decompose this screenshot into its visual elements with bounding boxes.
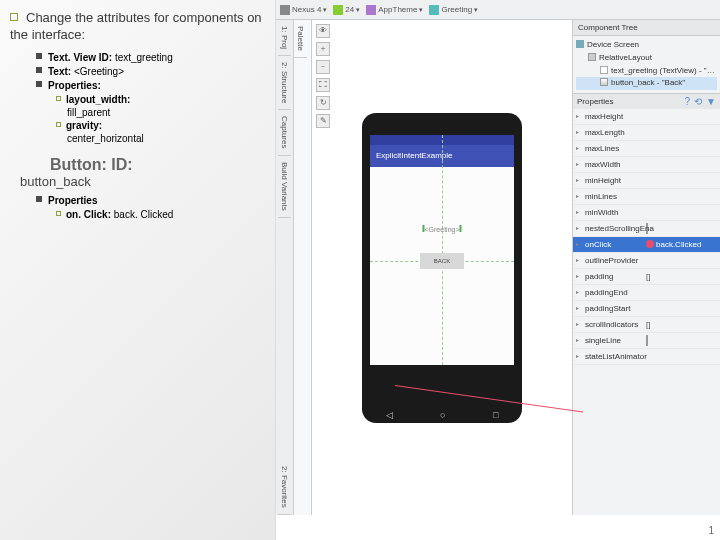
onclick-value: back. Clicked — [114, 209, 173, 220]
text-label: Text: — [48, 66, 71, 77]
props-label: Properties: — [48, 80, 101, 91]
property-row-nestedScrollingEna[interactable]: nestedScrollingEna — [573, 221, 720, 237]
button-back[interactable]: BACK — [420, 253, 464, 269]
component-tree-title: Component Tree — [573, 20, 720, 36]
status-bar — [370, 135, 514, 145]
nav-recent-icon[interactable]: □ — [493, 410, 498, 420]
property-row-paddingStart[interactable]: paddingStart — [573, 301, 720, 317]
zoom-out-icon[interactable]: － — [316, 60, 330, 74]
app-bar: ExplicitIntentExample — [370, 145, 514, 167]
property-row-maxLength[interactable]: maxLength — [573, 125, 720, 141]
bullet-sm-icon — [36, 67, 42, 73]
tree-device[interactable]: Device Screen — [576, 39, 717, 52]
settings-icon[interactable]: ✎ — [316, 114, 330, 128]
tab-favorites[interactable]: 2: Favorites — [278, 460, 291, 515]
bullet-tiny-icon — [56, 96, 61, 101]
activity-dropdown[interactable]: Greeting▾ — [429, 5, 478, 15]
tab-project[interactable]: 1: Proj — [278, 20, 291, 56]
activity-icon — [429, 5, 439, 15]
help-icon[interactable]: ? — [685, 96, 691, 107]
eye-icon[interactable]: 👁 — [316, 24, 330, 38]
api-dropdown[interactable]: 24▾ — [333, 5, 360, 15]
device-screen[interactable]: ExplicitIntentExample <Greeting> BACK — [370, 135, 514, 365]
tab-palette[interactable]: Palette — [294, 20, 307, 58]
property-row-singleLine[interactable]: singleLine — [573, 333, 720, 349]
bullet-sm-icon — [36, 81, 42, 87]
device-frame: ExplicitIntentExample <Greeting> BACK ◁ … — [362, 113, 522, 423]
property-row-padding[interactable]: padding[] — [573, 269, 720, 285]
gravity-value: center_horizontal — [67, 133, 269, 144]
bullet-icon — [10, 13, 18, 21]
page-number: 1 — [708, 525, 714, 536]
text-value: <Greeting> — [74, 66, 124, 77]
button-id-value: button_back — [20, 174, 269, 189]
phone-icon — [576, 40, 584, 48]
tab-build-variants[interactable]: Build Variants — [278, 156, 291, 218]
theme-icon — [366, 5, 376, 15]
theme-dropdown[interactable]: AppTheme▾ — [366, 5, 423, 15]
layout-icon — [588, 53, 596, 61]
property-row-minLines[interactable]: minLines — [573, 189, 720, 205]
property-row-outlineProvider[interactable]: outlineProvider — [573, 253, 720, 269]
textview-greeting[interactable]: <Greeting> — [422, 225, 461, 233]
gravity-label: gravity: — [66, 120, 102, 131]
tree-textview[interactable]: text_greeting (TextView) - "<G — [576, 65, 717, 78]
lw-value: fill_parent — [67, 107, 269, 118]
property-row-paddingEnd[interactable]: paddingEnd — [573, 285, 720, 301]
button-icon — [600, 78, 608, 86]
nav-back-icon[interactable]: ◁ — [386, 410, 393, 420]
tree-button[interactable]: button_back - "Back" — [576, 77, 717, 90]
bullet-tiny-icon — [56, 122, 61, 127]
android-icon — [333, 5, 343, 15]
property-row-maxLines[interactable]: maxLines — [573, 141, 720, 157]
property-row-minWidth[interactable]: minWidth — [573, 205, 720, 221]
tab-captures[interactable]: Captures — [278, 110, 291, 155]
property-row-maxWidth[interactable]: maxWidth — [573, 157, 720, 173]
bullet-sm-icon — [36, 196, 42, 202]
properties-header: Properties ?⟲▼ — [573, 94, 720, 109]
designer-toolbar: Nexus 4▾ 24▾ AppTheme▾ Greeting▾ — [276, 0, 720, 20]
property-row-onClick[interactable]: onClickback.Clicked — [573, 237, 720, 253]
textview-icon — [600, 66, 608, 74]
property-row-stateListAnimator[interactable]: stateListAnimator — [573, 349, 720, 365]
device-dropdown[interactable]: Nexus 4▾ — [280, 5, 327, 15]
phone-icon — [280, 5, 290, 15]
property-row-minHeight[interactable]: minHeight — [573, 173, 720, 189]
main-bullet: Change the attributes for components on … — [10, 10, 262, 42]
refresh-icon[interactable]: ↻ — [316, 96, 330, 110]
zoom-in-icon[interactable]: ＋ — [316, 42, 330, 56]
bullet-tiny-icon — [56, 211, 61, 216]
tree-layout[interactable]: RelativeLayout — [576, 52, 717, 65]
filter-icon[interactable]: ▼ — [706, 96, 716, 107]
tab-structure[interactable]: 2: Structure — [278, 56, 291, 110]
property-row-scrollIndicators[interactable]: scrollIndicators[] — [573, 317, 720, 333]
nav-home-icon[interactable]: ○ — [440, 410, 445, 420]
tv-id-value: text_greeting — [115, 52, 173, 63]
bullet-sm-icon — [36, 53, 42, 59]
onclick-label: on. Click: — [66, 209, 111, 220]
guide-vertical — [442, 135, 443, 365]
tv-id-label: Text. View ID: — [48, 52, 112, 63]
property-row-maxHeight[interactable]: maxHeight — [573, 109, 720, 125]
lw-label: layout_width: — [66, 94, 130, 105]
button-heading: Button: ID: — [50, 156, 269, 174]
btn-props-label: Properties — [48, 195, 97, 206]
restore-icon[interactable]: ⟲ — [694, 96, 702, 107]
fit-icon[interactable]: ⛶ — [316, 78, 330, 92]
